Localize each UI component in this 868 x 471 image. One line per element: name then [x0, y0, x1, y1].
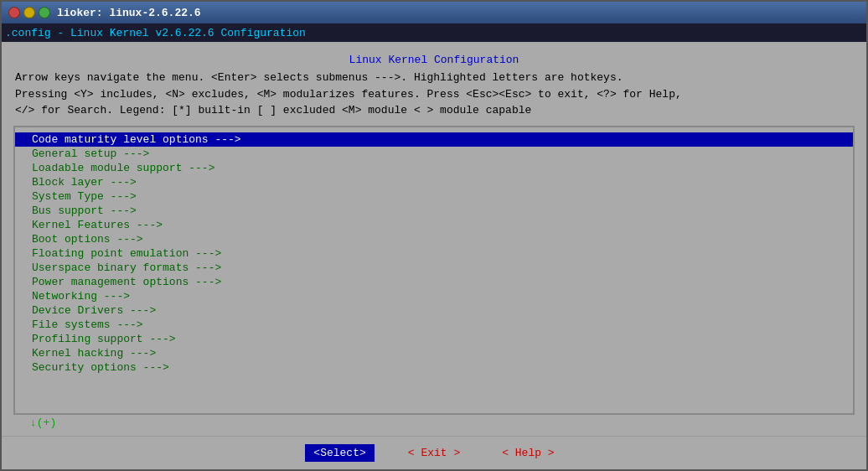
- window-title: lioker: linux-2.6.22.6: [57, 7, 201, 19]
- help-button[interactable]: < Help >: [493, 444, 562, 462]
- exit-button[interactable]: < Exit >: [400, 444, 468, 462]
- select-button[interactable]: <Select>: [305, 444, 374, 462]
- info-area: Linux Kernel Configuration Arrow keys na…: [13, 50, 855, 126]
- menu-item[interactable]: Security options --->: [15, 360, 853, 375]
- menubar: .config - Linux Kernel v2.6.22.6 Configu…: [2, 23, 866, 42]
- menu-item[interactable]: Boot options --->: [15, 232, 853, 246]
- menu-item[interactable]: System Type --->: [15, 189, 853, 204]
- titlebar: lioker: linux-2.6.22.6: [2, 2, 866, 23]
- menu-item[interactable]: Block layer --->: [15, 175, 853, 189]
- close-button[interactable]: [8, 7, 20, 18]
- menu-item[interactable]: Device Drivers --->: [15, 303, 853, 318]
- titlebar-buttons: [8, 7, 50, 18]
- menu-item[interactable]: General setup --->: [15, 147, 853, 161]
- menu-item[interactable]: Bus support --->: [15, 204, 853, 218]
- menu-item[interactable]: Profiling support --->: [15, 332, 853, 346]
- info-title: Linux Kernel Configuration: [15, 54, 853, 66]
- info-line1: Arrow keys navigate the menu. <Enter> se…: [15, 70, 853, 86]
- menubar-text: .config - Linux Kernel v2.6.22.6 Configu…: [5, 27, 306, 39]
- menu-item[interactable]: Floating point emulation --->: [15, 246, 853, 261]
- menu-list[interactable]: Code maturity level options --->General …: [13, 126, 855, 416]
- menu-item[interactable]: Kernel hacking --->: [15, 346, 853, 360]
- menu-item[interactable]: Code maturity level options --->: [15, 132, 853, 147]
- button-bar: <Select> < Exit > < Help >: [2, 436, 866, 469]
- scroll-indicator: ↓(+): [13, 415, 855, 431]
- menu-item[interactable]: Userspace binary formats --->: [15, 261, 853, 275]
- info-line3: </> for Search. Legend: [*] built-in [ ]…: [15, 102, 853, 119]
- menu-item[interactable]: Power management options --->: [15, 275, 853, 289]
- maximize-button[interactable]: [39, 7, 50, 18]
- menu-item[interactable]: Networking --->: [15, 289, 853, 303]
- minimize-button[interactable]: [23, 7, 35, 18]
- main-area: Linux Kernel Configuration Arrow keys na…: [2, 42, 866, 436]
- main-window: lioker: linux-2.6.22.6 .config - Linux K…: [0, 0, 868, 471]
- info-line2: Pressing <Y> includes, <N> excludes, <M>…: [15, 86, 853, 103]
- menu-item[interactable]: File systems --->: [15, 318, 853, 332]
- menu-item[interactable]: Loadable module support --->: [15, 161, 853, 175]
- menu-item[interactable]: Kernel Features --->: [15, 218, 853, 232]
